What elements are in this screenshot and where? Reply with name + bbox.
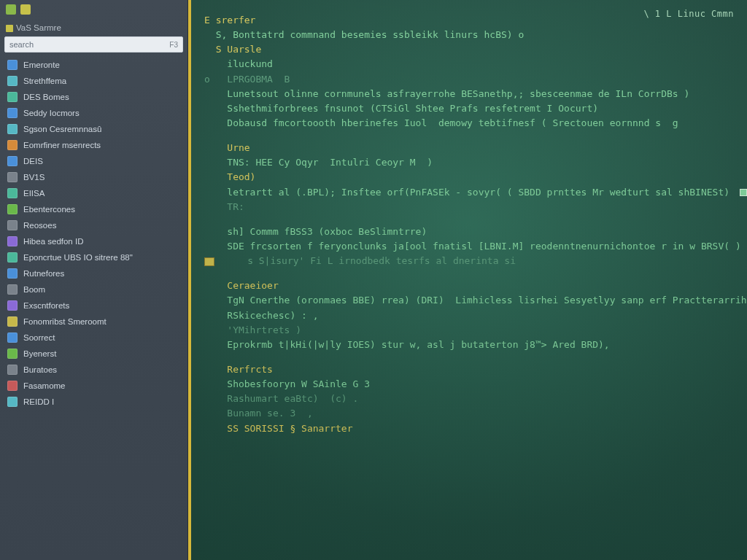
sidebar-item-icon [7, 188, 18, 198]
sidebar-item[interactable]: BV1S [0, 169, 187, 185]
sidebar-item[interactable]: Emeronte [0, 57, 187, 73]
sidebar-item[interactable]: Boom [0, 281, 187, 298]
line-marker-icon [740, 189, 747, 196]
sidebar-item-icon [7, 172, 18, 182]
sidebar-item-label: DEIS [23, 157, 43, 166]
terminal-line: Teod) [204, 170, 731, 184]
sidebar-item[interactable]: Eponcrtue UBS IO sitrere 88" [0, 249, 187, 265]
terminal-line: TR: [204, 200, 731, 214]
sidebar-item-label: Fonomribst Smeroomt [23, 317, 107, 326]
terminal-line: Sshethmiforbrees fnsunot (CTSiGl Shtee P… [204, 101, 731, 116]
terminal-line: SDE frcsorten f feryonclunks ja[ool fnat… [204, 239, 731, 254]
sidebar-item-label: Strethffema [23, 77, 66, 85]
terminal-line: S Uarsle [204, 42, 731, 57]
terminal-status: \ 1 L Linuc Cmmn [643, 7, 734, 21]
sidebar-item[interactable]: Strethffema [0, 73, 187, 89]
sidebar-item-icon [7, 300, 18, 311]
sidebar-item-label: Reosoes [23, 221, 56, 230]
sidebar-item[interactable]: REIDD I [0, 394, 187, 410]
sidebar-item[interactable]: Soorrect [0, 330, 187, 346]
terminal-pane[interactable]: \ 1 L Linuc Cmmn E srerfer S, Bonttatrd … [188, 0, 747, 560]
terminal-line: Bunamn se. 3 , [204, 406, 731, 421]
sidebar-item-icon [7, 220, 18, 230]
sidebar-item[interactable]: Fonomribst Smeroomt [0, 314, 187, 330]
terminal-block: Ceraeioer TgN Cnerthe (oronmaes BBE) rre… [204, 279, 731, 352]
sidebar-item[interactable]: Fasamome [0, 378, 187, 394]
sidebar-item-icon [7, 397, 18, 407]
terminal-line: S, Bonttatrd commnand besemies ssbleikk … [204, 28, 731, 42]
search-box[interactable]: F3 [4, 36, 183, 52]
sidebar-item-icon [7, 92, 18, 102]
sidebar-section-title: VaS Sarmre [0, 19, 187, 36]
sidebar-item-icon [7, 316, 18, 327]
sidebar-item[interactable]: Rutnefores [0, 265, 187, 281]
sidebar-list: EmeronteStrethffemaDES BomesSeddy Iocmor… [0, 57, 187, 560]
sidebar-item-label: Hibea sedfon ID [23, 237, 83, 246]
terminal-line: SS SORISSI § Sanarrter [204, 421, 731, 436]
sidebar-item[interactable]: Byenerst [0, 346, 187, 362]
sidebar-item-icon [7, 204, 18, 214]
sidebar-item[interactable]: EIISA [0, 185, 187, 201]
terminal-line: Dobausd fmcortoooth hberinefes Iuol demo… [204, 116, 731, 131]
terminal-line: iluckund [204, 57, 731, 71]
sidebar-item-label: Rutnefores [23, 269, 64, 278]
sidebar-item-icon [7, 381, 18, 391]
sidebar-item[interactable]: Ebentercones [0, 201, 187, 217]
app-icon [6, 4, 16, 15]
sidebar-item-label: DES Bomes [23, 93, 69, 101]
search-input[interactable] [9, 40, 169, 49]
sidebar-item-icon [7, 365, 18, 375]
sidebar-item-icon [7, 236, 18, 246]
sidebar-item[interactable]: Eomrfiner msenrects [0, 137, 187, 153]
sidebar-item[interactable]: Buratoes [0, 362, 187, 378]
sidebar-item-label: EIISA [23, 189, 44, 198]
sidebar-item-icon [7, 60, 18, 70]
sidebar-item-icon [7, 252, 18, 262]
sidebar-top-controls [0, 0, 187, 19]
terminal-line: 'YMihrtrets ) [204, 323, 731, 338]
terminal-block: sh] Commm fBSS3 (oxboc BeSlimntrre) SDE … [204, 225, 731, 268]
sidebar-item-label: Soorrect [23, 333, 55, 342]
gutter-marker-icon [204, 257, 214, 266]
terminal-line: Eprokrmb t|kHi(|w|ly IOES) stur w, asl j… [204, 338, 731, 352]
sidebar-item-label: Boom [23, 285, 45, 294]
sidebar-item[interactable]: DEIS [0, 153, 187, 169]
sidebar-item-icon [7, 349, 18, 359]
sidebar-item[interactable]: Reosoes [0, 217, 187, 233]
terminal-line: RSkicechesc) : , [204, 308, 731, 323]
sidebar-item-icon [7, 124, 18, 134]
terminal-block: Urne TNS: HEE Cy Oqyr Intulri Ceoyr M ) … [204, 141, 731, 214]
sidebar-item[interactable]: Seddy Iocmors [0, 105, 187, 121]
sidebar-item-icon [7, 332, 18, 343]
terminal-line: Lunetsout olinne cornmunels asfrayerrohe… [204, 87, 731, 101]
terminal-line: o LPRGOBMA B [204, 72, 731, 87]
terminal-line: Urne [204, 141, 731, 155]
sidebar: VaS Sarmre F3 EmeronteStrethffemaDES Bom… [0, 0, 188, 560]
sidebar-item-label: Seddy Iocmors [23, 109, 80, 117]
search-shortcut: F3 [169, 41, 178, 49]
sidebar-item-label: Ebentercones [23, 205, 75, 214]
sidebar-item-label: Sgson Cesremnnasû [23, 125, 101, 133]
sidebar-item[interactable]: Hibea sedfon ID [0, 233, 187, 249]
app-icon-second [20, 4, 31, 15]
terminal-line: s S|isury' Fi L irnodbedk tesrfs al dner… [204, 254, 731, 268]
sidebar-item[interactable]: Exscntforets [0, 298, 187, 314]
sidebar-item-icon [7, 76, 18, 86]
sidebar-item-icon [7, 140, 18, 150]
terminal-line: letrartt al (.BPL); Insftee orf(PnFASEk … [204, 185, 731, 200]
sidebar-item-label: Eomrfiner msenrects [23, 141, 101, 149]
terminal-line: Shobesfooryn W SAinle G 3 [204, 377, 731, 392]
sidebar-item-icon [7, 268, 18, 279]
terminal-line: TgN Cnerthe (oronmaes BBE) rrea) (DRI) L… [204, 293, 731, 308]
terminal-block: Rerfrcts Shobesfooryn W SAinle G 3 Rashu… [204, 362, 731, 436]
sidebar-item-label: BV1S [23, 173, 44, 182]
sidebar-item[interactable]: DES Bomes [0, 89, 187, 105]
terminal-line: Rashumart eaBtc) (c) . [204, 392, 731, 406]
sidebar-item-label: Fasamome [23, 381, 66, 390]
sidebar-item-icon [7, 156, 18, 166]
sidebar-item[interactable]: Sgson Cesremnnasû [0, 121, 187, 137]
sidebar-item-label: Exscntforets [23, 301, 69, 310]
sidebar-item-label: Emeronte [23, 61, 60, 69]
sidebar-item-label: Buratoes [23, 365, 57, 374]
sidebar-item-icon [7, 108, 18, 118]
